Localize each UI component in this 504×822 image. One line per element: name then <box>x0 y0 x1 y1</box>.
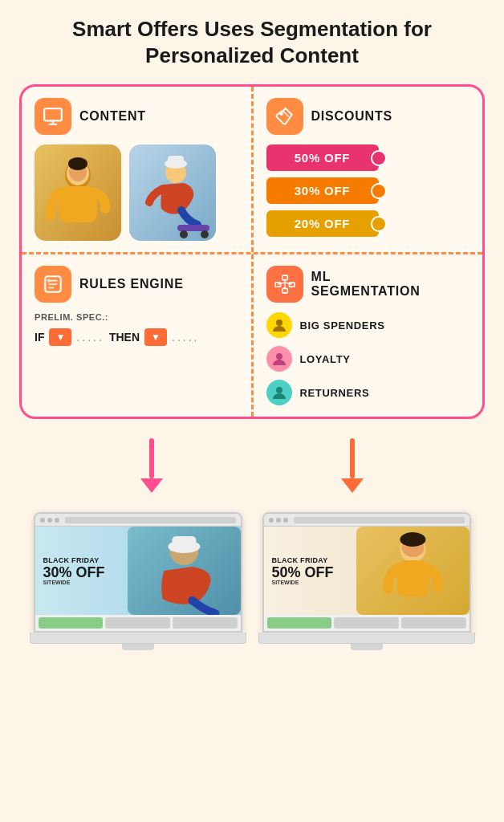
ml-segmentation-header: ML SEGMENTATION <box>266 266 470 303</box>
arrows-section <box>19 432 485 499</box>
arrow-right-head <box>341 478 364 493</box>
laptop-left-sitewide: SITEWIDE <box>43 580 105 585</box>
then-dropdown[interactable]: ▼ <box>144 328 167 346</box>
browser-dot-3 <box>55 518 59 523</box>
segment-loyalty-label: LOYALTY <box>300 353 351 365</box>
arrow-right <box>341 438 364 493</box>
segment-returners-label: RETURNERS <box>300 387 370 399</box>
browser-dot-2 <box>47 518 52 523</box>
ml-segmentation-title: ML SEGMENTATION <box>311 270 421 299</box>
footer-thumb-r1 <box>267 617 332 629</box>
discounts-icon-box <box>266 98 303 135</box>
discount-tag-20: 20% OFF <box>266 210 379 237</box>
rules-content: PRELIM. SPEC.: IF ▼ ..... THEN ▼ ..... <box>35 312 238 346</box>
content-icon-box <box>35 98 71 135</box>
svg-point-35 <box>400 532 425 547</box>
laptop-left-base <box>30 633 246 644</box>
laptop-left-hero-image <box>128 527 241 615</box>
if-then-row: IF ▼ ..... THEN ▼ ..... <box>35 328 238 346</box>
discount-tags-list: 50% OFF 30% OFF 20% OFF <box>266 144 470 237</box>
svg-rect-3 <box>59 186 97 222</box>
laptop-left-screen: BLACK FRIDAY 30% OFF SITEWIDE <box>34 512 242 633</box>
browser-dot-r2 <box>276 518 281 523</box>
content-cell-title: CONTENT <box>79 109 146 124</box>
laptop-right: BLACK FRIDAY 50% OFF SITEWIDE <box>262 512 471 650</box>
laptops-section: BLACK FRIDAY 30% OFF SITEWIDE <box>19 512 485 650</box>
segment-returners: RETURNERS <box>266 380 470 405</box>
laptop-right-sitewide: SITEWIDE <box>272 580 334 585</box>
browser-dot-r3 <box>283 518 288 523</box>
laptop-left-hero-text: BLACK FRIDAY 30% OFF SITEWIDE <box>43 556 105 585</box>
monitor-icon <box>43 106 63 127</box>
svg-rect-36 <box>396 560 429 596</box>
laptop-left-discount: 30% OFF <box>43 565 105 580</box>
browser-address-bar <box>65 517 236 523</box>
arrow-left-shaft <box>149 438 154 478</box>
discounts-cell: DISCOUNTS 50% OFF 30% OFF 20% OFF <box>254 87 483 252</box>
laptop-right-hero: BLACK FRIDAY 50% OFF SITEWIDE <box>264 527 469 615</box>
footer-thumb-r2 <box>334 617 399 629</box>
ml-icon-box <box>266 266 303 303</box>
laptop-left: BLACK FRIDAY 30% OFF SITEWIDE <box>34 512 242 650</box>
svg-point-28 <box>276 353 282 360</box>
segmentation-grid: CONTENT <box>19 84 485 419</box>
svg-point-13 <box>201 230 209 238</box>
arrow-right-shaft <box>350 438 355 478</box>
laptop-right-hero-text: BLACK FRIDAY 50% OFF SITEWIDE <box>272 556 334 585</box>
footer-thumb-2 <box>105 617 170 629</box>
laptop-left-hero-content: BLACK FRIDAY 30% OFF SITEWIDE <box>35 527 241 615</box>
svg-rect-20 <box>282 275 287 279</box>
avatar-returners <box>266 380 292 405</box>
rules-engine-title: RULES ENGINE <box>79 277 184 291</box>
svg-rect-10 <box>168 156 184 167</box>
laptop-right-hero-content: BLACK FRIDAY 50% OFF SITEWIDE <box>264 527 469 615</box>
footer-thumb-3 <box>173 617 238 629</box>
if-dropdown[interactable]: ▼ <box>49 328 71 346</box>
then-label: THEN <box>109 331 140 344</box>
discounts-cell-header: DISCOUNTS <box>266 98 470 135</box>
rules-icon <box>43 274 63 295</box>
laptop-right-stand <box>351 644 383 650</box>
then-dots: ..... <box>172 331 199 344</box>
discount-tag-30: 30% OFF <box>266 177 379 204</box>
svg-rect-0 <box>44 108 62 120</box>
browser-dot-r1 <box>269 518 274 523</box>
laptop-right-browser-bar <box>264 514 469 527</box>
footer-thumb-r3 <box>401 617 466 629</box>
rules-engine-cell: RULES ENGINE PRELIM. SPEC.: IF ▼ ..... T… <box>22 254 254 417</box>
svg-rect-19 <box>47 279 50 283</box>
grid-bottom-row: RULES ENGINE PRELIM. SPEC.: IF ▼ ..... T… <box>22 254 482 417</box>
svg-point-14 <box>279 112 282 116</box>
rules-icon-box <box>35 266 71 303</box>
ml-segmentation-cell: ML SEGMENTATION BIG SPENDERS LOYALTY <box>254 254 483 417</box>
content-images <box>35 144 238 241</box>
browser-dot-1 <box>40 518 45 523</box>
tag-icon <box>274 106 295 127</box>
segment-big-spenders-label: BIG SPENDERS <box>300 319 385 332</box>
svg-point-27 <box>276 319 282 326</box>
svg-point-29 <box>276 387 282 393</box>
person2-image <box>129 144 216 241</box>
svg-rect-22 <box>289 283 295 287</box>
laptop-left-stand <box>122 644 154 650</box>
if-label: IF <box>35 331 44 344</box>
laptop-left-browser-bar <box>35 514 241 527</box>
avatar-loyalty <box>266 346 292 372</box>
person1-svg <box>35 144 121 241</box>
svg-point-6 <box>68 157 87 170</box>
laptop-right-base <box>258 633 475 644</box>
if-dots: ..... <box>76 331 104 344</box>
svg-rect-11 <box>177 225 209 231</box>
laptop-left-hero: BLACK FRIDAY 30% OFF SITEWIDE <box>35 527 241 615</box>
arrow-left <box>140 438 163 493</box>
discount-tag-50: 50% OFF <box>266 144 379 171</box>
laptop-right-discount: 50% OFF <box>272 565 334 580</box>
svg-point-12 <box>180 230 188 238</box>
page-title: Smart Offers Uses Segmentation for Perso… <box>19 16 485 68</box>
page-container: Smart Offers Uses Segmentation for Perso… <box>19 16 485 806</box>
content-cell: CONTENT <box>22 87 254 252</box>
discounts-cell-title: DISCOUNTS <box>311 109 392 124</box>
segment-loyalty: LOYALTY <box>266 346 470 372</box>
laptop-left-footer <box>35 615 241 631</box>
svg-rect-32 <box>172 536 196 549</box>
